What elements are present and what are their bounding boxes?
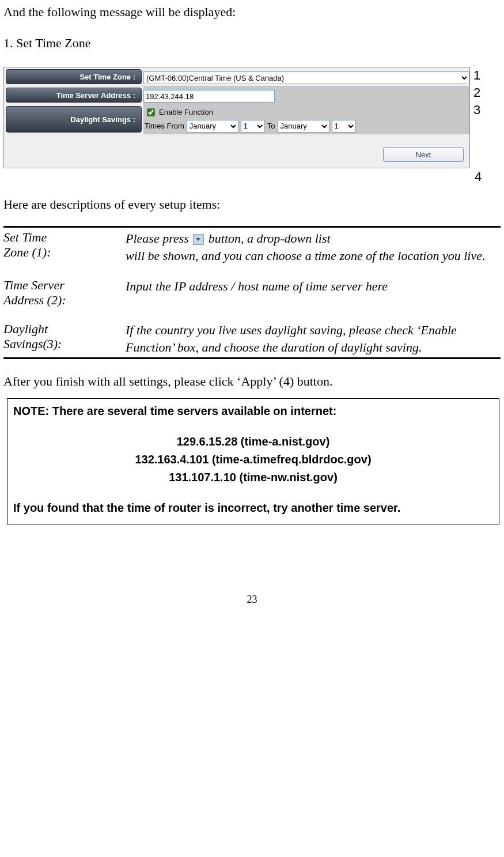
section-title: 1. Set Time Zone	[3, 36, 502, 51]
page-number: 23	[2, 594, 502, 606]
intro-text: And the following message will be displa…	[3, 5, 502, 20]
times-from-label: Times From	[145, 122, 184, 130]
enable-function-label: Enable Function	[159, 108, 213, 116]
note-server-3: 131.107.1.10 (time-nw.nist.gov)	[13, 469, 493, 486]
callout-3: 3	[473, 101, 480, 119]
label-set-time-zone: Set Time Zone :	[6, 69, 142, 84]
to-day-select[interactable]: 1	[332, 120, 356, 133]
after-settings-text: After you finish with all settings, plea…	[3, 374, 502, 389]
to-month-select[interactable]: January	[278, 120, 329, 133]
time-server-input[interactable]	[143, 90, 275, 103]
desc-def-1: Please press button, a drop-down list wi…	[126, 230, 501, 264]
note-servers: 129.6.15.28 (time-a.nist.gov) 132.163.4.…	[13, 433, 493, 486]
time-zone-select[interactable]: (GMT-06:00)Central Time (US & Canada)	[143, 71, 469, 84]
desc-def-2: Input the IP address / host name of time…	[126, 278, 501, 308]
desc-def-3: If the country you live uses daylight sa…	[126, 322, 501, 356]
callout-4: 4	[2, 169, 502, 184]
note-server-2: 132.163.4.101 (time-a.timefreq.bldrdoc.g…	[13, 451, 493, 469]
note-footer: If you found that the time of router is …	[13, 501, 493, 515]
enable-function-checkbox[interactable]	[147, 108, 155, 116]
label-time-server: Time Server Address :	[6, 88, 142, 103]
desc-term-1: Set Time Zone (1):	[3, 230, 126, 264]
label-daylight-savings: Daylight Savings :	[6, 106, 142, 133]
from-month-select[interactable]: January	[187, 120, 238, 133]
to-label: To	[267, 122, 275, 130]
note-title: NOTE: There are several time servers ava…	[13, 405, 493, 418]
config-figure: Set Time Zone : (GMT-06:00)Central Time …	[3, 67, 502, 168]
next-button[interactable]: Next	[383, 147, 464, 162]
from-day-select[interactable]: 1	[241, 120, 265, 133]
callout-column: 1 2 3	[473, 67, 480, 119]
config-panel: Set Time Zone : (GMT-06:00)Central Time …	[3, 67, 470, 168]
note-server-1: 129.6.15.28 (time-a.nist.gov)	[13, 433, 493, 451]
desc-term-2: Time Server Address (2):	[3, 278, 126, 308]
descriptions-intro: Here are descriptions of every setup ite…	[3, 197, 502, 212]
callout-2: 2	[473, 84, 480, 101]
descriptions-table: Set Time Zone (1): Please press button, …	[3, 226, 501, 359]
note-box: NOTE: There are several time servers ava…	[7, 398, 499, 524]
desc-term-3: Daylight Savings(3):	[3, 322, 126, 356]
callout-1: 1	[473, 67, 480, 84]
dropdown-arrow-icon	[193, 234, 204, 245]
